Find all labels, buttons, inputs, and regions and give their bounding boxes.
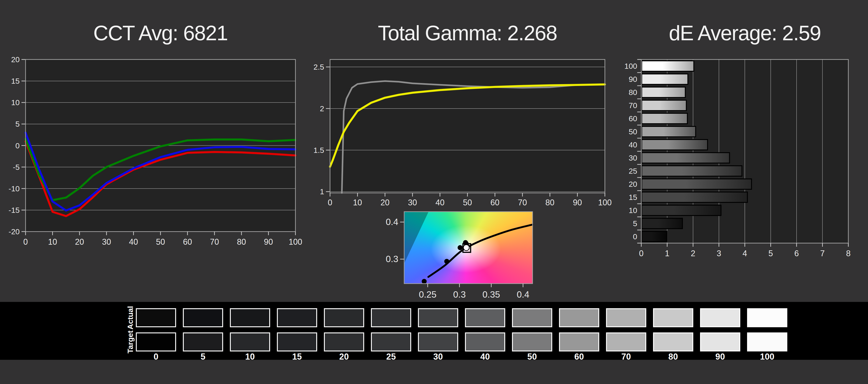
- deltae-bar-0: [642, 231, 667, 242]
- deltae-category-label: 0: [633, 232, 637, 241]
- deltae-category-label: 60: [629, 114, 637, 123]
- x-tick-label: 8: [846, 249, 850, 258]
- x-tick-label: 0: [639, 249, 644, 258]
- x-tick-label: 7: [820, 249, 825, 258]
- deltae-bar-30: [642, 153, 730, 163]
- x-tick-label: 40: [435, 198, 444, 207]
- y-tick-label: 15: [11, 77, 20, 85]
- x-tick-label: 100: [289, 237, 302, 246]
- x-tick-label: 80: [237, 237, 246, 246]
- x-tick-label: 30: [408, 198, 417, 207]
- deltae-category-label: 15: [629, 193, 637, 202]
- x-tick-label: 0: [23, 237, 28, 246]
- deltae-bar-80: [642, 87, 685, 97]
- y-tick-label: 2: [320, 104, 324, 113]
- deltae-bar-10: [642, 205, 721, 215]
- x-tick-label: 20: [75, 237, 84, 246]
- y-tick-label: 1: [320, 187, 324, 196]
- x-tick-label: 50: [156, 237, 165, 246]
- deltae-bar-5: [642, 218, 682, 229]
- x-tick-label: 0.25: [419, 290, 436, 299]
- deltae-bar-100: [642, 61, 694, 71]
- x-tick-label: 0.3: [453, 290, 466, 299]
- x-tick-label: 4: [743, 249, 747, 258]
- y-tick-label: 0.4: [385, 217, 398, 227]
- deltae-bar-40: [642, 140, 708, 150]
- x-tick-label: 0.35: [483, 290, 500, 299]
- x-tick-label: 3: [717, 249, 721, 258]
- x-tick-label: 0: [328, 198, 332, 207]
- x-tick-label: 50: [463, 198, 472, 207]
- y-tick-label: -15: [8, 206, 20, 214]
- x-tick-label: 30: [102, 237, 111, 246]
- x-tick-label: 100: [598, 198, 612, 207]
- y-tick-label: 10: [11, 98, 20, 107]
- deltae-category-label: 20: [629, 180, 637, 188]
- x-tick-label: 5: [768, 249, 773, 258]
- x-tick-label: 70: [210, 237, 219, 246]
- x-tick-label: 10: [353, 198, 362, 207]
- deltae-category-label: 70: [629, 101, 637, 110]
- x-tick-label: 90: [264, 237, 273, 246]
- deltae-bar-60: [642, 113, 687, 124]
- x-tick-label: 1: [665, 249, 669, 258]
- deltae-category-label: 30: [629, 153, 637, 162]
- deltae-bar-90: [642, 74, 688, 84]
- cie-measured-point: [458, 245, 463, 250]
- deltae-category-label: 90: [629, 75, 637, 84]
- y-tick-label: 0: [16, 141, 20, 150]
- x-tick-label: 40: [129, 237, 138, 246]
- calibration-report: CCT Avg: 6821 Total Gamma: 2.268 dE Aver…: [0, 0, 868, 384]
- y-tick-label: -5: [13, 163, 20, 171]
- deltae-category-label: 40: [629, 141, 637, 149]
- charts-canvas: 20151050-5-10-15-20010203040506070809010…: [0, 0, 868, 384]
- deltae-category-label: 5: [633, 219, 637, 228]
- cie-measured-point: [444, 259, 449, 264]
- x-tick-label: 2: [691, 249, 695, 258]
- x-tick-label: 70: [518, 198, 527, 207]
- deltae-category-label: 50: [629, 127, 637, 136]
- cie-blackbody-locus: [428, 225, 532, 277]
- deltae-bar-20: [642, 179, 752, 189]
- x-tick-label: 0.4: [517, 290, 529, 299]
- deltae-bar-50: [642, 126, 695, 137]
- x-tick-label: 20: [380, 198, 390, 207]
- y-tick-label: -20: [8, 227, 20, 236]
- x-tick-label: 80: [546, 198, 555, 207]
- deltae-category-label: 10: [629, 206, 637, 215]
- x-tick-label: 10: [48, 237, 57, 246]
- x-tick-label: 6: [794, 249, 799, 258]
- deltae-bar-15: [642, 192, 747, 202]
- cie-white-point: [463, 245, 469, 250]
- deltae-bar-25: [642, 166, 742, 176]
- cie-measured-point: [422, 279, 427, 284]
- y-tick-label: 2.5: [313, 63, 324, 71]
- y-tick-label: 5: [16, 120, 20, 128]
- gamma-plot-area: [330, 59, 605, 193]
- y-tick-label: 0.3: [385, 254, 398, 264]
- x-tick-label: 60: [183, 237, 192, 246]
- y-tick-label: -10: [8, 184, 20, 193]
- x-tick-label: 90: [573, 198, 582, 207]
- x-tick-label: 60: [491, 198, 500, 207]
- deltae-category-label: 100: [624, 62, 637, 70]
- deltae-category-label: 80: [629, 88, 637, 96]
- y-tick-label: 20: [11, 55, 20, 64]
- deltae-bar-70: [642, 100, 686, 111]
- deltae-category-label: 25: [629, 167, 637, 175]
- y-tick-label: 1.5: [313, 146, 324, 154]
